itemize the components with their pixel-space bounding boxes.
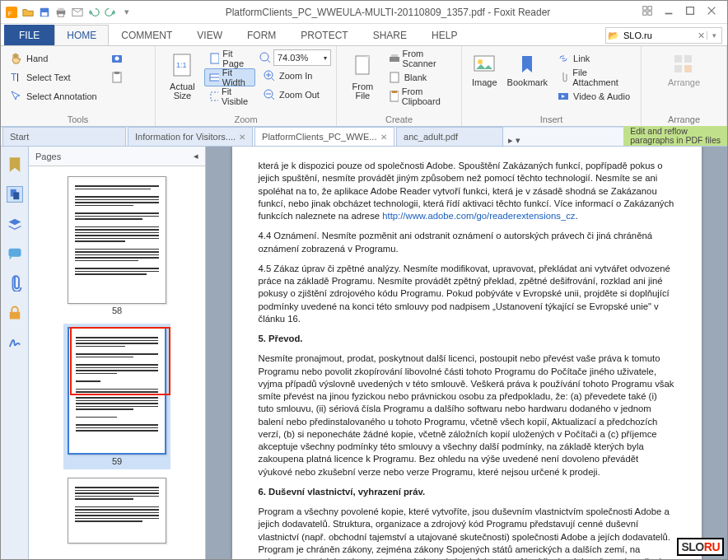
svg-rect-13 <box>687 7 694 14</box>
doc-tab-anc[interactable]: anc_adult.pdf <box>396 127 503 146</box>
svg-rect-44 <box>9 312 20 320</box>
layers-panel-icon[interactable] <box>7 216 23 232</box>
group-tools-label: Tools <box>6 113 150 126</box>
search-dropdown-icon[interactable]: ▾ <box>707 31 721 40</box>
svg-rect-9 <box>648 6 651 9</box>
app-icon: F <box>4 5 19 20</box>
tab-file[interactable]: FILE <box>4 25 54 45</box>
svg-rect-43 <box>8 249 21 257</box>
print-icon[interactable] <box>54 5 68 20</box>
svg-point-17 <box>114 57 119 61</box>
video-audio-button[interactable]: Video & Audio <box>553 87 636 105</box>
page-thumbnail-60[interactable] <box>63 474 170 547</box>
svg-rect-8 <box>643 6 646 9</box>
pages-collapse-icon[interactable]: ◂ <box>194 151 198 161</box>
tab-form[interactable]: FORM <box>235 25 288 45</box>
doc-tab-platform[interactable]: PlatformClients_PC_WWE...✕ <box>254 127 394 146</box>
ribbon-min-icon[interactable] <box>642 5 660 20</box>
bookmark-panel-icon[interactable] <box>7 156 23 173</box>
svg-rect-28 <box>356 56 369 74</box>
svg-rect-3 <box>42 12 48 16</box>
svg-text:1:1: 1:1 <box>176 61 187 69</box>
search-box[interactable]: 📂 ✕ ▾ <box>605 27 722 44</box>
svg-rect-40 <box>684 65 692 72</box>
search-folder-icon: 📂 <box>606 30 621 41</box>
blank-button[interactable]: Blank <box>384 68 456 86</box>
tab-help[interactable]: HELP <box>419 25 469 45</box>
fit-page-button[interactable]: Fit Page <box>204 49 255 68</box>
save-icon[interactable] <box>37 5 52 20</box>
svg-rect-5 <box>58 7 64 11</box>
promo-banner[interactable]: Edit and reflowparagraphs in PDF files <box>623 126 727 146</box>
thumbnail-page-number: 58 <box>112 306 122 315</box>
fit-width-button[interactable]: Fit Width <box>204 68 255 86</box>
page-thumbnail-58[interactable]: 58 <box>63 173 170 319</box>
group-create-label: Create <box>342 113 456 126</box>
doc-tab-start[interactable]: Start <box>2 127 126 146</box>
hand-button[interactable]: Hand <box>6 49 101 68</box>
undo-icon[interactable] <box>86 5 101 20</box>
svg-rect-10 <box>643 11 646 14</box>
clipboard-button[interactable] <box>106 68 126 86</box>
close-tab-icon[interactable]: ✕ <box>380 133 387 142</box>
arrange-button[interactable]: Arrange <box>663 49 705 113</box>
page-thumbnail-59[interactable]: 59 <box>63 324 170 469</box>
open-icon[interactable] <box>21 5 35 20</box>
zoom-out-button[interactable]: Zoom Out <box>259 86 331 104</box>
tab-share[interactable]: SHARE <box>361 25 419 45</box>
minimize-icon[interactable] <box>663 5 681 20</box>
svg-point-35 <box>478 59 483 64</box>
zoom-in-button[interactable]: Zoom In <box>259 67 331 85</box>
snapshot-button[interactable] <box>106 49 126 68</box>
svg-rect-6 <box>58 13 64 16</box>
svg-rect-37 <box>674 55 682 63</box>
fit-visible-button[interactable]: Fit Visible <box>204 87 255 105</box>
select-annotation-button[interactable]: Select Annotation <box>6 87 101 105</box>
thumbnail-page-number: 59 <box>112 456 122 466</box>
tab-protect[interactable]: PROTECT <box>288 25 360 45</box>
svg-rect-11 <box>648 11 651 14</box>
svg-rect-22 <box>211 54 219 63</box>
tab-comment[interactable]: COMMENT <box>109 25 184 45</box>
svg-rect-42 <box>13 192 19 199</box>
from-scanner-button[interactable]: From Scanner <box>384 49 456 68</box>
actual-size-button[interactable]: 1:1Actual Size <box>161 49 204 113</box>
zoom-combo[interactable]: 74.03%▾ <box>273 49 331 66</box>
select-text-button[interactable]: TSelect Text <box>6 68 101 86</box>
tab-home[interactable]: HOME <box>54 25 109 45</box>
image-button[interactable]: Image <box>467 49 502 113</box>
group-insert-label: Insert <box>467 113 636 126</box>
email-icon[interactable] <box>70 5 85 20</box>
svg-rect-31 <box>390 72 399 82</box>
window-title: PlatformClients_PC_WWEULA-MULTI-20110809… <box>134 7 642 18</box>
close-icon[interactable] <box>706 5 724 20</box>
tabs-scroll-icon[interactable]: ▸ ▾ <box>503 135 525 146</box>
pages-panel-icon[interactable] <box>7 186 23 203</box>
svg-text:T: T <box>11 72 17 83</box>
comments-panel-icon[interactable] <box>7 245 23 262</box>
file-attachment-button[interactable]: File Attachment <box>553 68 636 86</box>
group-zoom-label: Zoom <box>161 113 331 126</box>
svg-rect-19 <box>114 72 119 74</box>
qat-more-icon[interactable]: ▾ <box>119 5 134 20</box>
attachments-panel-icon[interactable] <box>7 275 23 292</box>
maximize-icon[interactable] <box>684 5 702 20</box>
security-panel-icon[interactable] <box>7 305 23 321</box>
redo-icon[interactable] <box>103 5 118 20</box>
bookmark-button[interactable]: Bookmark <box>502 49 553 113</box>
signatures-panel-icon[interactable] <box>7 334 23 351</box>
svg-text:F: F <box>8 9 12 16</box>
svg-rect-29 <box>390 57 399 62</box>
svg-rect-12 <box>665 12 673 14</box>
close-tab-icon[interactable]: ✕ <box>239 133 245 142</box>
search-input[interactable] <box>621 30 695 41</box>
reader-extensions-link[interactable]: http://www.adobe.com/go/readerextensions… <box>382 211 575 221</box>
tab-view[interactable]: VIEW <box>184 25 235 45</box>
doc-tab-info[interactable]: Information for Visitors....✕ <box>128 127 253 146</box>
svg-rect-39 <box>674 65 682 72</box>
document-page: která je k dispozici pouze od společnost… <box>232 147 702 559</box>
from-file-button[interactable]: From File <box>342 49 384 113</box>
search-clear-icon[interactable]: ✕ <box>695 30 707 41</box>
from-clipboard-button[interactable]: From Clipboard <box>384 87 456 105</box>
link-button[interactable]: Link <box>553 49 636 68</box>
